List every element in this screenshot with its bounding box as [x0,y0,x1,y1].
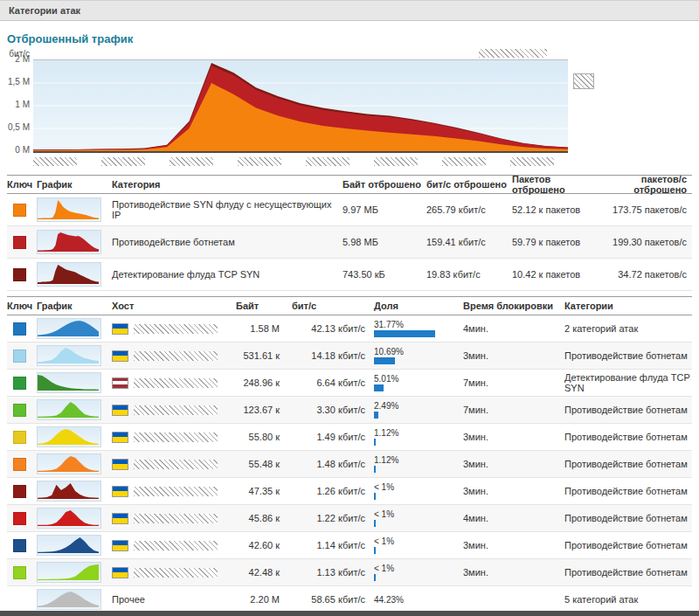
host-name-redacted [134,351,218,361]
host-sparkline [37,372,101,393]
block-time-value: 4мин. [461,323,564,334]
share-bar [374,547,376,554]
share-bar [374,330,435,337]
key-swatch [13,322,26,336]
pps-dropped-value: 199.30 пакетов/с [603,237,692,247]
pps-dropped-value: 34.72 пакетов/с [603,269,692,280]
bps-value: 58.65 кбит/с [292,594,372,605]
country-flag-icon [112,459,128,470]
share-cell: 1.12% [372,455,461,473]
x-tick-redacted [170,157,213,166]
header-bytes: Байт [236,301,292,311]
host-row: 42.48 к 1.13 кбит/с < 1% 3мин. Противоде… [7,559,692,586]
host-categories-value: Противодействие ботнетам [564,540,692,550]
share-bar [374,357,395,364]
bps-value: 42.13 кбит/с [292,323,372,334]
pps-dropped-value: 173.75 пакетов/с [603,204,692,215]
section-title: Отброшенный трафик [0,21,699,49]
header-graph: График [37,179,112,190]
host-row: 1.58 M 42.13 кбит/с 31.77% 4мин. 2 катег… [7,315,692,343]
host-categories-value: Противодействие ботнетам [564,405,692,415]
country-flag-icon [112,405,128,416]
country-flag-icon [112,513,128,524]
host-row: 55.48 к 1.48 кбит/с 1.12% 3мин. Противод… [7,451,692,478]
y-tick-label: 0 M [7,145,30,155]
host-label: Прочее [112,594,145,605]
host-name-redacted [134,405,218,415]
bytes-dropped-value: 743.50 кБ [343,269,426,280]
host-sparkline [37,453,101,474]
header-block-time: Время блокировки [461,301,564,311]
bytes-value: 1.58 M [236,323,292,334]
share-bar [374,574,376,581]
category-sparkline [37,230,101,254]
host-name-redacted [134,433,218,442]
bps-value: 1.22 кбит/с [292,513,372,523]
key-swatch [13,539,26,552]
country-flag-icon [112,350,128,362]
share-percent-label: < 1% [374,564,461,573]
share-percent-label: 31.77% [374,320,461,329]
host-sparkline [37,508,101,529]
category-label: Противодействие SYN флуду с несуществующ… [112,199,343,220]
key-swatch [13,204,26,217]
host-sparkline [37,426,101,447]
block-time-value: 7мин. [461,377,564,388]
header-categories: Категории [564,301,692,311]
share-percent-label: < 1% [374,536,461,546]
bps-value: 1.14 кбит/с [292,540,372,550]
share-percent-label: < 1% [374,509,461,519]
header-share: Доля [372,301,461,311]
country-flag-icon [112,540,128,551]
host-row: 55.80 к 1.49 кбит/с 1.12% 3мин. Противод… [7,424,692,451]
header-key: Ключ [7,179,37,190]
host-sparkline [37,562,101,583]
host-categories-value: Противодействие ботнетам [564,459,692,469]
bytes-value: 248.96 к [236,377,292,388]
host-name-redacted [134,378,218,388]
x-tick-redacted [510,157,554,166]
share-percent-label: 44.23% [374,595,461,605]
key-swatch [13,458,26,471]
hosts-table-header: Ключ График Хост Байт бит/с Доля Время б… [7,296,692,315]
host-name-redacted [134,514,218,523]
header-bps-dropped: бит/с отброшено [426,179,512,190]
host-name-redacted [134,568,218,578]
share-cell: 1.12% [372,428,461,446]
block-time-value: 3мин. [461,486,564,496]
host-sparkline [37,589,101,610]
x-tick-redacted [306,157,350,166]
bps-value: 1.26 кбит/с [292,486,372,496]
host-categories-value: Противодействие ботнетам [564,486,692,496]
key-swatch [13,404,26,417]
host-row: 47.35 к 1.26 кбит/с < 1% 3мин. Противоде… [7,478,692,505]
block-time-value: 3мин. [461,432,564,442]
chart-corner-box [573,73,594,89]
share-bar [374,412,378,419]
share-bar [374,520,376,527]
x-axis [33,157,568,166]
packets-dropped-value: 10.42 к пакетов [512,269,603,280]
host-categories-value: 2 категорий атак [564,323,692,334]
key-swatch [13,350,26,363]
key-swatch [13,566,26,579]
y-tick-label: 1,5 M [7,77,30,87]
share-percent-label: 1.12% [374,428,461,438]
host-sparkline [37,481,101,502]
category-sparkline [37,262,101,287]
share-cell: 5.01% [372,374,461,391]
share-percent-label: 1.12% [374,455,461,465]
bytes-value: 42.48 к [236,567,292,578]
x-tick-redacted [101,157,145,166]
bytes-value: 47.35 к [236,486,292,496]
share-cell: 31.77% [372,320,461,337]
host-categories-value: Противодействие ботнетам [564,567,692,578]
x-tick-redacted [238,157,281,166]
bytes-value: 55.80 к [236,432,292,442]
bps-value: 14.18 кбит/с [292,350,372,361]
share-cell: 44.23% [372,595,461,605]
share-bar [374,466,376,473]
category-sparkline [37,197,101,222]
host-sparkline [37,535,101,556]
bps-value: 1.13 кбит/с [292,567,372,578]
